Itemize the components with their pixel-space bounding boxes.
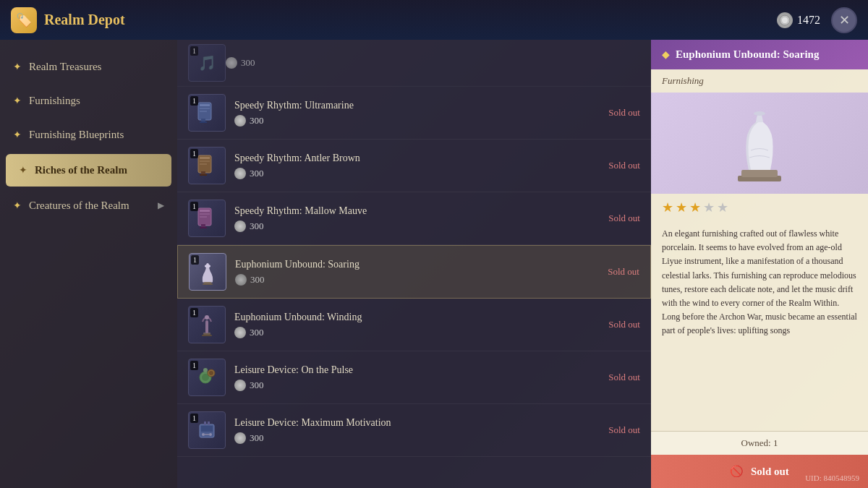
price-value: 300 (250, 168, 264, 179)
item-name: Speedy Rhythm: Mallow Mauve (234, 205, 600, 217)
star-icon: ✦ (13, 95, 22, 107)
svg-rect-15 (200, 210, 210, 212)
item-thumbnail: 1 🎵 (188, 44, 226, 82)
item-list[interactable]: 1 🎵 300 1 (177, 40, 651, 488)
svg-rect-36 (201, 426, 213, 432)
sidebar-item-furnishings[interactable]: ✦ Furnishings (0, 85, 177, 117)
sidebar-item-creatures-of-the-realm[interactable]: ✦ Creatures of the Realm ▶ (0, 189, 177, 222)
sold-out-badge: Sold out (608, 266, 639, 278)
coin-icon (234, 380, 246, 391)
item-thumbnail: 1 (188, 147, 226, 184)
svg-rect-13 (200, 174, 207, 176)
item-name: Leisure Device: On the Pulse (234, 364, 600, 376)
price-value: 300 (250, 115, 264, 127)
detail-header-icon: ◆ (662, 48, 670, 61)
detail-header: ◆ Euphonium Unbound: Soaring (651, 40, 868, 69)
top-bar: 🏷️ Realm Depot 1472 ✕ (0, 0, 868, 40)
list-item[interactable]: 1 Leisure Device: Maximum Motivation 300 (177, 404, 651, 457)
svg-rect-39 (205, 434, 209, 435)
item-info: Euphonium Unbound: Winding 300 (234, 312, 600, 338)
price-value: 300 (250, 380, 264, 391)
uid-display: UID: 840548959 (805, 474, 859, 482)
item-thumbnail: 1 (188, 94, 226, 132)
action-button[interactable]: 🚫 Sold out (651, 455, 868, 488)
item-thumbnail: 1 (188, 359, 226, 396)
svg-rect-40 (204, 421, 206, 425)
action-label: Sold out (751, 466, 789, 477)
app-title: Realm Depot (44, 12, 777, 28)
star-4: ★ (703, 200, 715, 215)
svg-rect-9 (200, 157, 210, 159)
coin-icon (234, 327, 246, 338)
svg-point-44 (754, 111, 765, 116)
coin-icon (234, 168, 246, 179)
quantity-badge: 1 (191, 255, 199, 265)
star-3: ★ (689, 200, 701, 215)
item-info: Speedy Rhythm: Ultramarine 300 (234, 100, 600, 127)
svg-point-1 (782, 17, 788, 23)
svg-rect-18 (201, 224, 205, 227)
coin-icon (234, 432, 246, 444)
sidebar-label: Realm Treasures (29, 61, 101, 73)
star-icon: ✦ (13, 61, 22, 73)
detail-image-area (651, 93, 868, 194)
item-price: 300 (235, 274, 599, 286)
svg-rect-23 (204, 282, 211, 283)
svg-rect-4 (200, 108, 210, 109)
list-item[interactable]: 1 Speedy Rhythm: Ultramarine 300 Sold ou… (177, 87, 651, 140)
item-price: 300 (234, 115, 600, 127)
sold-out-badge: Sold out (608, 424, 640, 436)
realm-depot-icon: 🏷️ (11, 7, 37, 33)
svg-rect-28 (203, 333, 210, 335)
list-item-selected[interactable]: 1 Euphonium Unbound: Soaring 300 (177, 245, 651, 299)
star-1: ★ (662, 200, 673, 215)
svg-rect-10 (200, 160, 210, 162)
item-price: 300 (234, 380, 600, 391)
price-value: 300 (250, 327, 264, 338)
item-name: Speedy Rhythm: Antler Brown (234, 153, 600, 164)
list-item[interactable]: 1 Euphonium Unbound: Winding 300 Sold ou… (177, 299, 651, 351)
partial-item[interactable]: 1 🎵 300 (177, 40, 651, 87)
sidebar-item-realm-treasures[interactable]: ✦ Realm Treasures (0, 51, 177, 83)
item-info: Speedy Rhythm: Antler Brown 300 (234, 153, 600, 179)
item-info: Euphonium Unbound: Soaring 300 (235, 259, 599, 286)
item-price: 300 (234, 168, 600, 179)
item-thumbnail: 1 (188, 411, 226, 449)
quantity-badge: 1 (190, 308, 198, 317)
list-item[interactable]: 1 Speedy Rhythm: Antler Brown 300 Sold o… (177, 140, 651, 192)
no-entry-icon: 🚫 (730, 466, 744, 477)
svg-rect-41 (208, 421, 210, 425)
sidebar-label: Furnishings (29, 95, 80, 107)
sold-out-badge: Sold out (608, 372, 640, 383)
svg-rect-5 (200, 111, 207, 112)
svg-rect-16 (200, 213, 210, 215)
detail-stars: ★ ★ ★ ★ ★ (651, 194, 868, 221)
star-icon: ✦ (19, 164, 27, 176)
item-price: 300 (234, 327, 600, 338)
list-item[interactable]: 1 Speedy Rhythm: Mallow Mauve 300 Sold o… (177, 192, 651, 245)
coin-icon (234, 115, 246, 127)
item-info: 300 (226, 57, 640, 69)
quantity-badge: 1 (190, 361, 198, 370)
detail-description: An elegant furnishing crafted out of fla… (651, 221, 868, 431)
sidebar-item-furnishing-blueprints[interactable]: ✦ Furnishing Blueprints (0, 119, 177, 151)
quantity-badge: 1 (190, 46, 198, 56)
star-icon: ✦ (13, 129, 22, 141)
svg-rect-7 (200, 121, 207, 123)
svg-point-33 (209, 371, 213, 375)
svg-point-37 (202, 433, 205, 436)
svg-rect-26 (205, 320, 208, 333)
price-value: 300 (250, 274, 265, 286)
sold-out-badge: Sold out (608, 213, 640, 224)
coin-display: 1472 (777, 12, 820, 28)
star-2: ★ (676, 200, 687, 215)
detail-panel: ◆ Euphonium Unbound: Soaring Furnishing (651, 40, 868, 488)
close-button[interactable]: ✕ (831, 7, 857, 33)
sidebar-item-riches-of-the-realm[interactable]: ✦ Riches of the Realm (6, 154, 171, 187)
item-price: 300 (226, 57, 640, 69)
item-name: Euphonium Unbound: Winding (234, 312, 600, 323)
quantity-badge: 1 (190, 202, 198, 211)
sidebar-label: Creatures of the Realm (29, 200, 129, 212)
item-thumbnail: 1 (188, 306, 226, 343)
list-item[interactable]: 1 Leisure Device: On the Pulse 300 Sold … (177, 351, 651, 404)
